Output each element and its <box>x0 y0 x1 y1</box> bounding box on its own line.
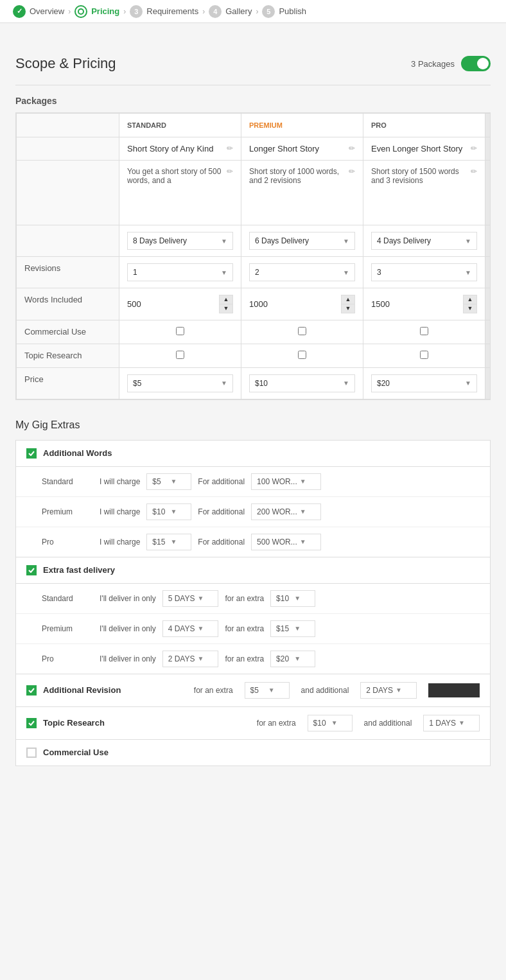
nav-step-overview[interactable]: ✓ Overview <box>13 5 64 18</box>
extra-checkbox-additional-words[interactable] <box>26 448 37 459</box>
words-stepper-premium[interactable]: ▲ ▼ <box>341 295 355 313</box>
nav-step-publish[interactable]: 5 Publish <box>262 5 306 18</box>
additional-revision-days[interactable]: 2 DAYS ▼ <box>360 682 417 699</box>
fast-delivery-price-premium[interactable]: $15 ▼ <box>270 620 315 637</box>
delivery-select-pro[interactable]: 4 Days Delivery ▼ <box>371 232 477 250</box>
table-row-description: You get a short story of 500 words, and … <box>17 161 491 225</box>
caret-icon: ▼ <box>294 595 301 602</box>
topic-standard[interactable] <box>119 344 241 367</box>
revisions-select-standard[interactable]: 1 ▼ <box>127 263 233 281</box>
delivery-select-standard[interactable]: 8 Days Delivery ▼ <box>127 232 233 250</box>
step-label-pricing: Pricing <box>91 6 119 16</box>
caret-icon: ▼ <box>343 380 349 387</box>
delivery-select-premium[interactable]: 6 Days Delivery ▼ <box>249 232 355 250</box>
fast-delivery-price-pro[interactable]: $20 ▼ <box>270 651 315 667</box>
stepper-up[interactable]: ▲ <box>342 295 354 304</box>
additional-words-charge-pro[interactable]: $15 ▼ <box>146 534 191 550</box>
price-standard[interactable]: $5 ▼ <box>119 367 241 399</box>
edit-icon-pro-name[interactable]: ✏ <box>471 144 477 153</box>
additional-revision-price[interactable]: $5 ▼ <box>245 682 290 699</box>
topic-checkbox-premium[interactable] <box>298 351 306 359</box>
delivery-pro[interactable]: 4 Days Delivery ▼ <box>363 225 485 257</box>
topic-premium[interactable] <box>241 344 363 367</box>
additional-words-charge-premium[interactable]: $10 ▼ <box>146 503 191 520</box>
edit-icon-pro-desc[interactable]: ✏ <box>471 167 477 218</box>
table-row-revisions: Revisions 1 ▼ 2 ▼ <box>17 257 491 288</box>
packages-toggle-switch[interactable] <box>461 56 491 71</box>
commercial-checkbox-standard[interactable] <box>176 327 184 335</box>
step-label-overview: Overview <box>30 6 64 16</box>
words-stepper-pro[interactable]: ▲ ▼ <box>463 295 477 313</box>
extra-header-additional-words: Additional Words <box>16 441 490 467</box>
edit-icon-premium-desc[interactable]: ✏ <box>349 167 355 218</box>
description-standard: You get a short story of 500 words, and … <box>119 161 241 225</box>
price-pro[interactable]: $20 ▼ <box>363 367 485 399</box>
price-premium[interactable]: $10 ▼ <box>241 367 363 399</box>
revisions-select-pro[interactable]: 3 ▼ <box>371 263 477 281</box>
delivery-premium[interactable]: 6 Days Delivery ▼ <box>241 225 363 257</box>
stepper-up[interactable]: ▲ <box>464 295 476 304</box>
fast-delivery-days-standard[interactable]: 5 DAYS ▼ <box>162 590 219 607</box>
nav-step-gallery[interactable]: 4 Gallery <box>209 5 252 18</box>
revisions-label: Revisions <box>17 257 119 288</box>
words-stepper-standard[interactable]: ▲ ▼ <box>219 295 233 313</box>
step-label-gallery: Gallery <box>225 6 252 16</box>
price-select-premium[interactable]: $10 ▼ <box>249 374 355 392</box>
extra-checkbox-additional-revision[interactable] <box>26 685 37 696</box>
extra-block-commercial-use: Commercial Use <box>15 740 491 766</box>
additional-words-amount-pro[interactable]: 500 WOR... ▼ <box>251 534 321 550</box>
package-name-pro: Even Longer Short Story ✏ <box>363 137 485 161</box>
extra-header-topic-research: Topic Research for an extra $10 ▼ and ad… <box>16 707 490 739</box>
caret-icon: ▼ <box>197 655 204 662</box>
fast-delivery-days-pro[interactable]: 2 DAYS ▼ <box>162 651 219 667</box>
stepper-down[interactable]: ▼ <box>464 304 476 313</box>
commercial-checkbox-premium[interactable] <box>298 327 306 335</box>
revisions-select-premium[interactable]: 2 ▼ <box>249 263 355 281</box>
caret-icon: ▼ <box>465 380 471 387</box>
table-header-row: STANDARD PREMIUM PRO <box>17 114 491 137</box>
package-name-standard: Short Story of Any Kind ✏ <box>119 137 241 161</box>
delivery-standard[interactable]: 8 Days Delivery ▼ <box>119 225 241 257</box>
fast-delivery-price-standard[interactable]: $10 ▼ <box>270 590 315 607</box>
edit-icon-standard-desc[interactable]: ✏ <box>227 167 233 218</box>
packages-toggle-area: 3 Packages <box>411 56 491 71</box>
extra-col-words <box>485 288 491 320</box>
commercial-pro[interactable] <box>363 320 485 344</box>
edit-icon-premium-name[interactable]: ✏ <box>349 144 355 153</box>
extra-checkbox-fast-delivery[interactable] <box>26 565 37 575</box>
header-divider <box>15 85 491 85</box>
stepper-up[interactable]: ▲ <box>220 295 232 304</box>
commercial-checkbox-pro[interactable] <box>420 327 428 335</box>
stepper-down[interactable]: ▼ <box>342 304 354 313</box>
table-row-package-name: Short Story of Any Kind ✏ Longer Short S… <box>17 137 491 161</box>
topic-checkbox-pro[interactable] <box>420 351 428 359</box>
topic-checkbox-standard[interactable] <box>176 351 184 359</box>
revisions-standard[interactable]: 1 ▼ <box>119 257 241 288</box>
extra-col-revisions <box>485 257 491 288</box>
revisions-premium[interactable]: 2 ▼ <box>241 257 363 288</box>
col-header-premium: PREMIUM <box>241 114 363 137</box>
price-select-pro[interactable]: $20 ▼ <box>371 374 477 392</box>
price-select-standard[interactable]: $5 ▼ <box>127 374 233 392</box>
chevron-icon-2: › <box>123 7 126 16</box>
fast-delivery-days-premium[interactable]: 4 DAYS ▼ <box>162 620 219 637</box>
topic-research-days[interactable]: 1 DAYS ▼ <box>423 715 480 731</box>
edit-icon-standard-name[interactable]: ✏ <box>227 144 233 153</box>
commercial-standard[interactable] <box>119 320 241 344</box>
revisions-pro[interactable]: 3 ▼ <box>363 257 485 288</box>
stepper-down[interactable]: ▼ <box>220 304 232 313</box>
extra-checkbox-topic-research[interactable] <box>26 718 37 728</box>
additional-words-amount-standard[interactable]: 100 WOR... ▼ <box>251 473 321 490</box>
commercial-premium[interactable] <box>241 320 363 344</box>
page-content: Scope & Pricing 3 Packages Packages STAN… <box>0 23 506 779</box>
topic-pro[interactable] <box>363 344 485 367</box>
list-item: Pro I'll deliver in only 2 DAYS ▼ for an… <box>16 644 490 674</box>
extra-checkbox-commercial-use[interactable] <box>26 748 37 758</box>
nav-step-requirements[interactable]: 3 Requirements <box>130 5 198 18</box>
additional-words-charge-standard[interactable]: $5 ▼ <box>146 473 191 490</box>
words-label: Words Included <box>17 288 119 320</box>
topic-research-price[interactable]: $10 ▼ <box>308 715 353 731</box>
additional-words-amount-premium[interactable]: 200 WOR... ▼ <box>251 503 321 520</box>
nav-step-pricing[interactable]: Pricing <box>74 5 119 18</box>
slider-handle[interactable] <box>428 683 480 697</box>
